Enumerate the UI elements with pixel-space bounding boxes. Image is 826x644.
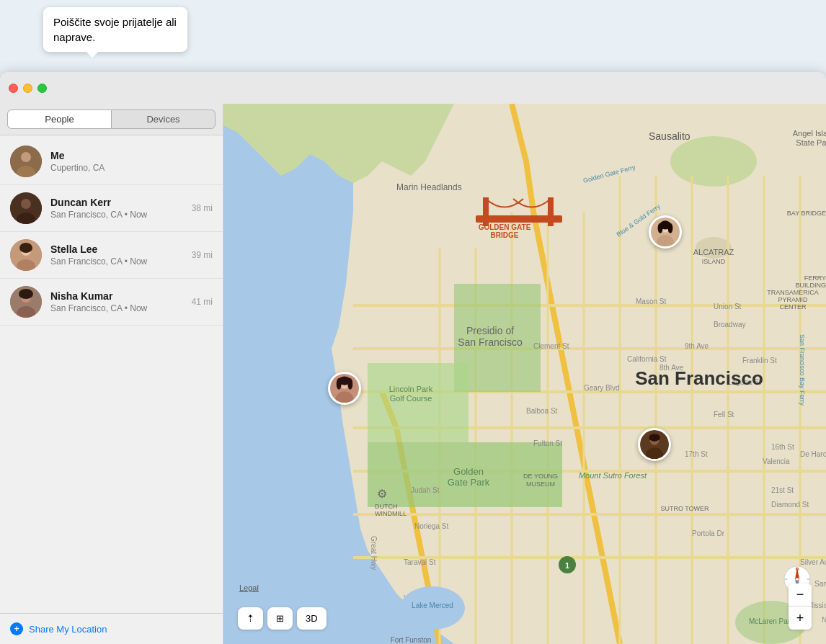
contact-distance-duncan: 38 mi <box>186 203 213 213</box>
svg-text:TRANSAMERICA: TRANSAMERICA <box>767 289 819 296</box>
svg-text:BUILDING: BUILDING <box>795 282 826 289</box>
svg-text:17th St: 17th St <box>685 450 708 458</box>
zoom-out-button[interactable]: − <box>789 583 812 607</box>
map-view-button[interactable]: ⊞ <box>267 607 293 630</box>
svg-text:Valencia: Valencia <box>763 457 790 465</box>
svg-text:Angel Island: Angel Island <box>793 129 826 138</box>
svg-text:Great Hwy: Great Hwy <box>370 536 378 570</box>
svg-point-115 <box>337 378 342 390</box>
map-pin-nisha[interactable] <box>649 215 682 249</box>
svg-text:Mason St: Mason St <box>636 298 666 305</box>
contact-me[interactable]: Me Cupertino, CA <box>0 138 223 185</box>
svg-point-4 <box>21 199 31 209</box>
avatar-stella <box>10 239 42 271</box>
svg-text:Marin Headlands: Marin Headlands <box>396 182 462 192</box>
svg-text:De Haro: De Haro <box>800 450 826 458</box>
map-svg: Sausalito Angel Island State Park Marin … <box>223 104 826 644</box>
svg-text:DE YOUNG: DE YOUNG <box>523 473 558 480</box>
svg-text:1: 1 <box>565 561 569 570</box>
app-window: People Devices Me Cupertino, CA <box>0 72 826 644</box>
svg-point-116 <box>347 378 352 390</box>
avatar-duncan <box>10 192 42 224</box>
svg-text:Geary Blvd: Geary Blvd <box>584 384 619 392</box>
tooltip-bubble: Poiščite svoje prijatelje ali naprave. <box>43 7 187 52</box>
svg-text:Taraval St: Taraval St <box>404 558 436 566</box>
svg-text:BAY BRIDGE: BAY BRIDGE <box>787 210 826 217</box>
tab-bar: People Devices <box>0 104 223 135</box>
svg-text:Portola Dr: Portola Dr <box>692 529 725 537</box>
contact-nisha[interactable]: Nisha Kumar San Francisco, CA • Now 41 m… <box>0 279 223 326</box>
svg-point-13 <box>19 289 33 299</box>
svg-text:21st St: 21st St <box>771 486 794 494</box>
zoom-in-button[interactable]: + <box>789 607 812 630</box>
svg-text:McLaren Park: McLaren Park <box>749 617 794 625</box>
share-location-footer[interactable]: + Share My Location <box>0 613 223 644</box>
svg-text:GOLDEN GATE: GOLDEN GATE <box>479 223 531 231</box>
svg-text:California St: California St <box>627 355 667 363</box>
svg-point-15 <box>670 136 757 187</box>
svg-text:San Francisco Bay Ferry: San Francisco Bay Ferry <box>799 334 806 406</box>
tab-people[interactable]: People <box>7 109 111 129</box>
close-button[interactable] <box>9 84 18 93</box>
svg-text:CENTER: CENTER <box>779 303 807 310</box>
contact-info-me: Me Cupertino, CA <box>50 150 207 173</box>
svg-text:Presidio of: Presidio of <box>466 325 514 336</box>
svg-text:⚙: ⚙ <box>377 488 387 500</box>
location-button[interactable]: ⇡ <box>238 607 263 630</box>
svg-text:DUTCH: DUTCH <box>375 503 398 510</box>
svg-text:San Francisco: San Francisco <box>635 367 763 389</box>
svg-text:16th St: 16th St <box>771 443 794 451</box>
svg-text:Judah St: Judah St <box>411 486 440 494</box>
3d-button[interactable]: 3D <box>297 607 327 630</box>
svg-text:Golf Course: Golf Course <box>390 394 432 403</box>
map-pin-stella[interactable] <box>328 372 361 405</box>
share-location-icon: + <box>10 622 23 635</box>
contact-distance-nisha: 41 mi <box>186 297 213 307</box>
minimize-button[interactable] <box>23 84 32 93</box>
contact-list: Me Cupertino, CA Duncan Kerr San Francis… <box>0 135 223 613</box>
svg-text:San Jose: San Jose <box>814 580 826 588</box>
contact-stella[interactable]: Stella Lee San Francisco, CA • Now 39 mi <box>0 232 223 279</box>
svg-text:Fulton St: Fulton St <box>533 439 562 447</box>
map-area[interactable]: Sausalito Angel Island State Park Marin … <box>223 104 826 644</box>
contact-distance-stella: 39 mi <box>186 250 213 260</box>
svg-text:Sausalito: Sausalito <box>649 130 690 142</box>
svg-text:Naples: Naples <box>822 616 826 624</box>
svg-text:Gate Park: Gate Park <box>448 477 490 488</box>
map-controls: ⇡ ⊞ 3D <box>238 607 327 630</box>
svg-rect-37 <box>548 197 554 226</box>
contact-duncan[interactable]: Duncan Kerr San Francisco, CA • Now 38 m… <box>0 185 223 232</box>
contact-name-nisha: Nisha Kumar <box>50 290 186 302</box>
svg-text:Lake Merced: Lake Merced <box>412 601 453 609</box>
svg-text:Lincoln Park: Lincoln Park <box>389 385 433 393</box>
svg-text:Diamond St: Diamond St <box>771 501 809 509</box>
svg-text:State Park: State Park <box>796 138 826 147</box>
svg-text:BRIDGE: BRIDGE <box>491 231 519 239</box>
svg-text:Balboa St: Balboa St <box>526 407 558 415</box>
svg-text:Fort Funston: Fort Funston <box>391 636 432 644</box>
map-pin-duncan[interactable] <box>638 428 671 461</box>
svg-rect-36 <box>483 197 489 226</box>
contact-location-me: Cupertino, CA <box>50 163 207 173</box>
svg-text:PYRAMID: PYRAMID <box>778 296 808 303</box>
location-icon: ⇡ <box>247 613 254 624</box>
svg-text:ISLAND: ISLAND <box>702 258 726 265</box>
sidebar: People Devices Me Cupertino, CA <box>0 104 223 644</box>
svg-text:Broadway: Broadway <box>714 321 745 328</box>
svg-text:SUTRO TOWER: SUTRO TOWER <box>660 505 709 512</box>
svg-point-120 <box>649 434 660 441</box>
avatar-me <box>10 146 42 177</box>
contact-info-nisha: Nisha Kumar San Francisco, CA • Now <box>50 290 186 313</box>
svg-point-109 <box>658 223 663 233</box>
map-view-icon: ⊞ <box>276 613 284 624</box>
svg-point-110 <box>667 223 672 233</box>
legal-link[interactable]: Legal <box>239 583 259 592</box>
avatar-nisha <box>10 286 42 318</box>
3d-label: 3D <box>306 613 318 624</box>
maximize-button[interactable] <box>37 84 47 93</box>
tab-devices[interactable]: Devices <box>111 109 216 129</box>
svg-text:Noriega St: Noriega St <box>414 522 448 530</box>
contact-info-duncan: Duncan Kerr San Francisco, CA • Now <box>50 197 186 220</box>
contact-location-duncan: San Francisco, CA • Now <box>50 210 186 220</box>
svg-point-9 <box>19 243 32 253</box>
